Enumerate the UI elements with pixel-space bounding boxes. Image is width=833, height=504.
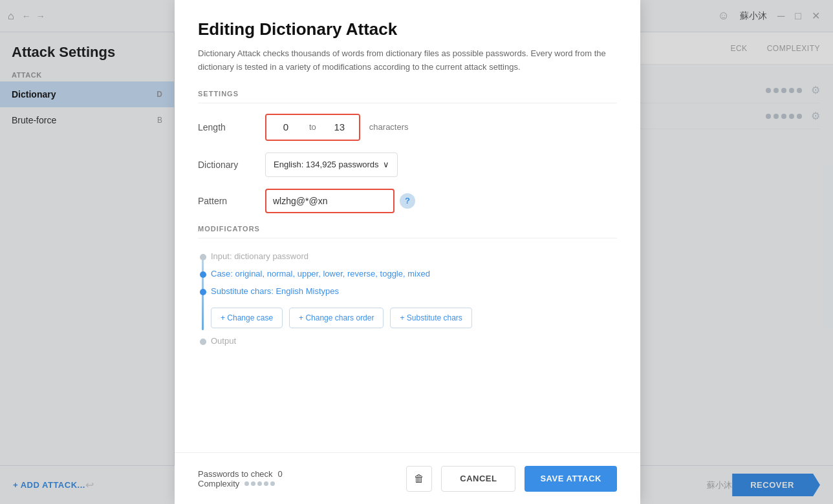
modal-body: Editing Dictionary Attack Dictionary Att… xyxy=(175,0,640,452)
footer-left: Passwords to check 0 Complexity xyxy=(198,469,283,488)
length-field-row: Length to characters xyxy=(198,114,617,141)
pipeline-dot-1 xyxy=(200,254,206,260)
pattern-field-row: Pattern ? xyxy=(198,189,617,213)
pipeline-dot-3 xyxy=(200,289,206,295)
modificators-section-label: MODIFICATORS xyxy=(198,225,617,238)
settings-section-label: SETTINGS xyxy=(198,90,617,103)
footer-dot xyxy=(257,481,262,486)
pipeline: Input: dictionary password Case: origina… xyxy=(198,247,617,350)
pipeline-step-case: Case: original, normal, upper, lower, re… xyxy=(211,265,617,282)
passwords-row: Passwords to check 0 xyxy=(198,469,283,479)
modal-description: Dictionary Attack checks thousands of wo… xyxy=(198,47,617,74)
dictionary-select[interactable]: English: 134,925 passwords ∨ xyxy=(265,152,398,177)
pipeline-step-substitute: Substitute chars: English Mistypes xyxy=(211,282,617,300)
dictionary-label: Dictionary xyxy=(198,160,256,170)
pattern-help-icon[interactable]: ? xyxy=(400,193,415,209)
cancel-button[interactable]: CANCEL xyxy=(441,466,515,492)
length-inputs-group: to xyxy=(265,114,360,141)
save-attack-button[interactable]: SAVE ATTACK xyxy=(525,466,617,492)
trash-icon: 🗑 xyxy=(414,473,424,485)
length-max-input[interactable] xyxy=(320,115,359,140)
complexity-label: Complexity xyxy=(198,479,239,488)
chars-label: characters xyxy=(369,122,409,132)
pipeline-text-substitute[interactable]: Substitute chars: English Mistypes xyxy=(211,286,339,296)
pipeline-text-case[interactable]: Case: original, normal, upper, lower, re… xyxy=(211,269,430,278)
change-chars-order-button[interactable]: + Change chars order xyxy=(289,308,384,328)
pipeline-step-input: Input: dictionary password xyxy=(211,247,617,265)
change-case-button[interactable]: + Change case xyxy=(211,308,283,328)
complexity-footer-row: Complexity xyxy=(198,479,283,488)
footer-dot xyxy=(270,481,275,486)
modal-footer: Passwords to check 0 Complexity 🗑 CANCEL… xyxy=(175,452,640,504)
pipeline-text-input: Input: dictionary password xyxy=(211,251,308,261)
passwords-label: Passwords to check xyxy=(198,469,273,479)
dictionary-field-row: Dictionary English: 134,925 passwords ∨ xyxy=(198,152,617,177)
pipeline-dot-2 xyxy=(200,271,206,278)
length-min-input[interactable] xyxy=(266,115,305,140)
length-label: Length xyxy=(198,122,256,132)
pattern-input[interactable] xyxy=(265,189,395,213)
pattern-input-wrap: ? xyxy=(265,189,415,213)
modal-dialog: Editing Dictionary Attack Dictionary Att… xyxy=(175,0,640,504)
dictionary-value: English: 134,925 passwords xyxy=(274,160,379,169)
chevron-down-icon: ∨ xyxy=(383,160,389,169)
footer-dot xyxy=(264,481,268,486)
footer-complexity-dots xyxy=(244,481,275,486)
pipeline-text-output: Output xyxy=(211,336,236,346)
footer-right: 🗑 CANCEL SAVE ATTACK xyxy=(406,466,617,492)
mod-buttons-row: + Change case + Change chars order + Sub… xyxy=(211,304,617,332)
footer-dot xyxy=(251,481,255,486)
delete-button[interactable]: 🗑 xyxy=(406,466,432,492)
length-to-label: to xyxy=(305,122,320,132)
substitute-chars-button[interactable]: + Substitute chars xyxy=(390,308,471,328)
passwords-value: 0 xyxy=(278,469,283,479)
pipeline-dot-output xyxy=(200,339,206,345)
pipeline-step-output: Output xyxy=(211,332,617,350)
footer-dot xyxy=(244,481,249,486)
modal-title: Editing Dictionary Attack xyxy=(198,19,617,39)
pattern-label: Pattern xyxy=(198,196,256,206)
